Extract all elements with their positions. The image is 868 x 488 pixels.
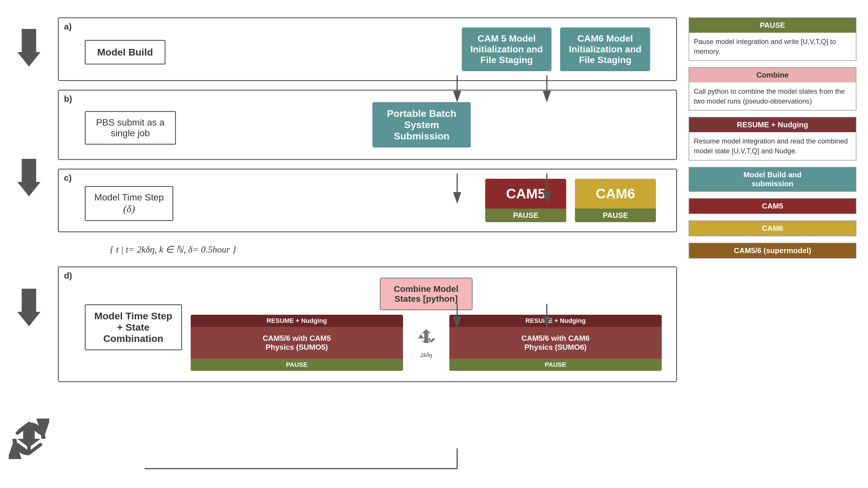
- cam5-box: CAM5 PAUSE: [485, 179, 566, 222]
- cycle-center: 2kδη: [412, 315, 441, 371]
- legend-combine-body: Call python to combine the model states …: [689, 83, 856, 110]
- sumo6-resume-bar: RESUME + Nudging: [450, 315, 662, 327]
- arrow-down-3: [18, 289, 40, 326]
- pbs-submit-box: PBS submit as a single job: [85, 111, 176, 144]
- timestep-delta: (δ): [94, 203, 164, 215]
- timestep-state-text1: Model Time Step: [94, 311, 173, 322]
- model-build-box: Model Build: [85, 40, 165, 65]
- pbs-teal-label: Portable Batch System Submission: [387, 108, 456, 142]
- section-c: c) Model Time Step (δ) CAM5 PAUSE CAM6 P…: [58, 169, 677, 232]
- twok-label: 2kδη: [420, 351, 432, 359]
- sumo5-pause-bar: PAUSE: [191, 359, 403, 371]
- legend-model-build: Model Build and submission: [689, 167, 857, 192]
- legend-cam5: CAM5: [689, 198, 857, 214]
- sumo-row: RESUME + Nudging CAM5/6 with CAM5 Physic…: [191, 315, 662, 371]
- legend-pause-body: Pause model integration and write [U,V,T…: [689, 33, 856, 60]
- cam5-init-box: CAM 5 Model Initialization and File Stag…: [462, 28, 552, 71]
- section-c-label: c): [64, 173, 72, 183]
- legend-cam5-header: CAM5: [689, 199, 856, 214]
- legend-resume-header: RESUME + Nudging: [689, 118, 856, 132]
- timestep-box: Model Time Step (δ): [85, 186, 173, 221]
- combine-box: Combine Model States [python]: [380, 278, 472, 310]
- cycle-icon: [414, 327, 438, 350]
- sumo5-box: RESUME + Nudging CAM5/6 with CAM5 Physic…: [191, 315, 403, 371]
- section-b: b) PBS submit as a single job Portable B…: [58, 90, 677, 160]
- legend-cam6: CAM6: [689, 220, 857, 236]
- section-a-label: a): [64, 22, 72, 32]
- legend-combine: Combine Call python to combine the model…: [689, 67, 857, 110]
- cam6-box: CAM6 PAUSE: [575, 179, 656, 222]
- timestep-state-text2: + State: [94, 322, 173, 333]
- legend-resume: RESUME + Nudging Resume model integratio…: [689, 117, 857, 160]
- legend-resume-body: Resume model integration and read the co…: [689, 132, 856, 160]
- section-d: d) Model Time Step + State Combination C…: [58, 266, 677, 382]
- combine-label: Combine Model States [python]: [394, 284, 458, 303]
- legend-combine-header: Combine: [689, 68, 856, 83]
- section-d-label: d): [64, 271, 72, 281]
- legend-panel: PAUSE Pause model integration and write …: [689, 11, 857, 477]
- sumo6-box: RESUME + Nudging CAM5/6 with CAM6 Physic…: [450, 315, 662, 371]
- sumo6-pause-bar: PAUSE: [450, 359, 662, 371]
- legend-model-build-header: Model Build and submission: [689, 167, 856, 191]
- cam6-init-label: CAM6 Model Initialization and File Stagi…: [569, 33, 642, 65]
- section-a-right: CAM 5 Model Initialization and File Stag…: [462, 28, 650, 71]
- cam6-pause-bar: PAUSE: [575, 208, 656, 222]
- section-b-label: b): [64, 94, 72, 104]
- cam6-init-box: CAM6 Model Initialization and File Stagi…: [560, 28, 650, 71]
- sumo5-resume-bar: RESUME + Nudging: [191, 315, 403, 327]
- arrow-down-2: [18, 159, 40, 196]
- legend-supermodel: CAM5/6 (supermodel): [689, 243, 857, 259]
- main-container: a) Model Build CAM 5 Model Initializatio…: [0, 0, 868, 488]
- rotate-arrows-icon: [9, 419, 49, 459]
- sumo5-content: CAM5/6 with CAM5 Physics (SUMO5): [191, 327, 403, 359]
- legend-pause: PAUSE Pause model integration and write …: [689, 18, 857, 61]
- arrow-down-1: [18, 29, 40, 67]
- pbs-teal-box: Portable Batch System Submission: [372, 102, 471, 148]
- sumo5-label: CAM5/6 with CAM5 Physics (SUMO5): [263, 334, 331, 352]
- cam5-pause-bar: PAUSE: [485, 208, 566, 222]
- section-a: a) Model Build CAM 5 Model Initializatio…: [58, 18, 677, 81]
- cam5-init-label: CAM 5 Model Initialization and File Stag…: [470, 33, 543, 65]
- cam5-label: CAM5: [500, 179, 551, 208]
- timestep-text: Model Time Step: [94, 192, 164, 203]
- pbs-submit-label: PBS submit as a single job: [96, 117, 165, 138]
- legend-cam6-header: CAM6: [689, 221, 856, 236]
- left-arrows: [11, 11, 46, 477]
- timestep-state-text3: Combination: [94, 333, 173, 344]
- timestep-state-box: Model Time Step + State Combination: [85, 304, 182, 350]
- legend-supermodel-header: CAM5/6 (supermodel): [689, 243, 856, 258]
- sumo6-label: CAM5/6 with CAM6 Physics (SUMO6): [521, 334, 589, 352]
- section-d-right: Combine Model States [python] RESUME + N…: [191, 278, 662, 371]
- section-c-right: CAM5 PAUSE CAM6 PAUSE: [485, 179, 656, 222]
- sumo6-content: CAM5/6 with CAM6 Physics (SUMO6): [450, 327, 662, 359]
- cam6-label: CAM6: [590, 179, 641, 208]
- formula-line: { t | t= 2kδη, k ∈ ℕ, δ= 0.5hour }: [58, 241, 677, 258]
- diagram-area: a) Model Build CAM 5 Model Initializatio…: [58, 11, 677, 477]
- legend-pause-header: PAUSE: [689, 18, 856, 33]
